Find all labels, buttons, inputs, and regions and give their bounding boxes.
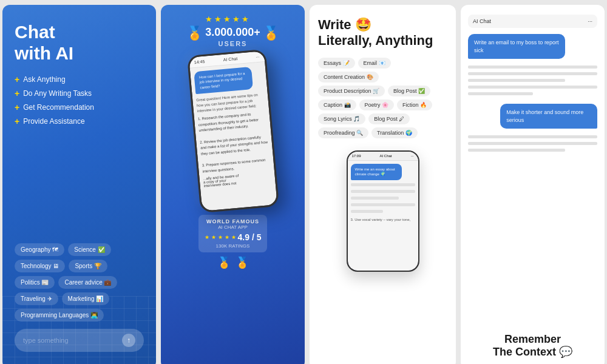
write-tag-11[interactable]: Translation 🌍 bbox=[371, 127, 418, 138]
title-with-ai: with AI bbox=[15, 43, 73, 63]
chat-steps: 1. Research the company and its competit… bbox=[197, 110, 270, 174]
write-line2: Literally, Anything bbox=[318, 33, 433, 48]
bottom-laurel-left: 🏅 bbox=[217, 256, 231, 269]
world-famous-sub: AI CHAT APP bbox=[205, 224, 262, 230]
p4-chat-area: Write an email to my boss to report sick… bbox=[468, 34, 597, 359]
tag-geography[interactable]: Geography 🗺 bbox=[15, 243, 64, 256]
phone-3-body: Write me an essay about climate change 🌍… bbox=[348, 161, 418, 271]
plus-icon: + bbox=[15, 75, 19, 84]
panel1-title: Chat with AI bbox=[15, 22, 144, 64]
write-tag-3[interactable]: Product Description 🛒 bbox=[318, 86, 385, 96]
tag-marketing[interactable]: Marketing 📊 bbox=[62, 292, 110, 305]
laurel-top: 🏅 ★ ★ ★ ★ ★ 3.000.000+ USERS 🏅 bbox=[186, 15, 279, 52]
laurel-right-icon: 🏅 bbox=[263, 25, 279, 41]
tag-sports[interactable]: Sports 🏆 bbox=[69, 260, 107, 272]
write-tag-0[interactable]: Essays 📝 bbox=[318, 58, 355, 69]
p4-header: AI Chat ··· bbox=[468, 15, 597, 28]
response-lines-1 bbox=[468, 66, 597, 97]
write-tags: Essays 📝 Email 📧 Content Creation 🎨 Prod… bbox=[318, 58, 447, 138]
tag-technology[interactable]: Technology 🖥 bbox=[15, 260, 65, 272]
world-famous-title: WORLD FAMOUS bbox=[205, 218, 262, 224]
response-lines-2 bbox=[468, 135, 597, 153]
phone-3-screen: 17:09 AI Chat ··· Write me an essay abou… bbox=[348, 152, 418, 271]
feature-4: +Provide Assistance bbox=[15, 116, 144, 126]
panel-users: 🏅 ★ ★ ★ ★ ★ 3.000.000+ USERS 🏅 14:45 AI … bbox=[161, 5, 305, 364]
stars-row: ★ ★ ★ ★ ★ bbox=[205, 15, 260, 24]
tag-career[interactable]: Career advice 💼 bbox=[58, 276, 117, 289]
ratings-count: 130K RATINGS bbox=[205, 243, 262, 249]
phone-title: AI Chat bbox=[223, 56, 237, 62]
users-label: USERS bbox=[205, 40, 260, 47]
rating-number: 4.9 / 5 bbox=[238, 232, 262, 242]
response-lines bbox=[351, 183, 415, 215]
phone-3-mockup: 17:09 AI Chat ··· Write me an essay abou… bbox=[347, 150, 419, 272]
tags-row-4: Traveling ✈ Marketing 📊 bbox=[15, 292, 144, 305]
write-tag-10[interactable]: Proofreading 🔍 bbox=[318, 127, 368, 138]
essay-chat-bubble: Write me an essay about climate change 🌍 bbox=[351, 164, 402, 180]
features-list: +Ask Anything +Do Any Writing Tasks +Get… bbox=[15, 75, 144, 130]
bottom-laurels: 🏅 🏅 bbox=[217, 256, 249, 269]
write-title: Write 🤩 Literally, Anything bbox=[318, 17, 447, 49]
world-famous-badge: WORLD FAMOUS AI CHAT APP ★ ★ ★ ★ ★ 4.9 /… bbox=[198, 215, 268, 252]
laurel-left-icon: 🏅 bbox=[186, 25, 203, 41]
phone-time: 14:45 bbox=[194, 59, 205, 65]
send-button[interactable]: ↑ bbox=[122, 334, 135, 347]
tag-politics[interactable]: Politics 📰 bbox=[15, 276, 55, 289]
p4-bubble-1: Write an email to my boss to report sick bbox=[468, 34, 565, 59]
p4-bubble-2: Make it shorter and sound more serious bbox=[500, 104, 597, 129]
p3-title: AI Chat bbox=[379, 154, 392, 158]
input-placeholder: type something bbox=[23, 337, 69, 344]
phone-body: How can I best prepare for a job intervi… bbox=[189, 62, 277, 211]
write-tag-9[interactable]: Blog Post 🖊 bbox=[368, 113, 410, 124]
tags-row-3: Politics 📰 Career advice 💼 bbox=[15, 276, 144, 289]
rating-row: ★ ★ ★ ★ ★ 4.9 / 5 bbox=[205, 232, 262, 242]
chat-question: How can I best prepare for a job intervi… bbox=[194, 67, 253, 94]
tags-row-1: Geography 🗺 Science ✅ bbox=[15, 243, 144, 256]
panel-write-anything: Write 🤩 Literally, Anything Essays 📝 Ema… bbox=[310, 5, 456, 364]
p3-dots: ··· bbox=[410, 154, 413, 158]
write-tag-7[interactable]: Fiction 🔥 bbox=[397, 99, 432, 110]
write-tag-1[interactable]: Email 📧 bbox=[358, 58, 391, 69]
write-tag-6[interactable]: Poetry 🌸 bbox=[359, 99, 395, 110]
p4-header-dots: ··· bbox=[588, 18, 592, 24]
bottom-laurel-right: 🏅 bbox=[236, 256, 249, 269]
title-chat: Chat bbox=[15, 22, 55, 42]
phone-dots: ··· bbox=[256, 55, 259, 59]
feature-2: +Do Any Writing Tasks bbox=[15, 89, 144, 98]
users-count: 3.000.000+ bbox=[205, 26, 260, 39]
write-tag-5[interactable]: Caption 📸 bbox=[318, 99, 356, 110]
tags-grid: Geography 🗺 Science ✅ Technology 🖥 Sport… bbox=[15, 243, 144, 322]
tag-programming[interactable]: Programming Languages 👨‍💻 bbox=[15, 309, 104, 322]
write-tag-2[interactable]: Content Creation 🎨 bbox=[318, 72, 379, 83]
remember-section: Remember The Context 💬 bbox=[468, 333, 597, 359]
plus-icon: + bbox=[15, 116, 19, 126]
feature-1: +Ask Anything bbox=[15, 75, 144, 84]
chat-answer: Great question! Here are some tips on ho… bbox=[195, 92, 265, 115]
step-text: 3. Use vocal variety – vary your tone, bbox=[351, 218, 415, 221]
panel-chat-with-ai: Chat with AI +Ask Anything +Do Any Writi… bbox=[2, 5, 156, 364]
write-tag-8[interactable]: Song Lyrics 🎵 bbox=[318, 113, 365, 124]
remember-title: Remember The Context 💬 bbox=[468, 333, 597, 359]
panel-remember-context: AI Chat ··· Write an email to my boss to… bbox=[461, 5, 605, 364]
write-line1: Write 🤩 bbox=[318, 17, 371, 32]
p4-header-title: AI Chat bbox=[473, 18, 491, 24]
feature-3: +Get Recommendation bbox=[15, 103, 144, 112]
tag-traveling[interactable]: Traveling ✈ bbox=[15, 292, 58, 305]
plus-icon: + bbox=[15, 103, 19, 112]
p4-bubble-2-wrap: Make it shorter and sound more serious bbox=[468, 104, 597, 129]
tag-science[interactable]: Science ✅ bbox=[68, 243, 110, 256]
tags-row-5: Programming Languages 👨‍💻 bbox=[15, 309, 144, 322]
phone-mockup: 14:45 AI Chat ··· How can I best prepare… bbox=[186, 49, 279, 213]
p3-time: 17:09 bbox=[352, 154, 361, 158]
phone-3-header: 17:09 AI Chat ··· bbox=[348, 152, 418, 161]
chat-input-bar[interactable]: type something ↑ bbox=[15, 329, 144, 352]
tags-row-2: Technology 🖥 Sports 🏆 bbox=[15, 260, 144, 272]
phone-screen: 14:45 AI Chat ··· How can I best prepare… bbox=[189, 51, 277, 211]
write-tag-4[interactable]: Blog Post ✅ bbox=[388, 86, 430, 96]
plus-icon: + bbox=[15, 89, 19, 98]
